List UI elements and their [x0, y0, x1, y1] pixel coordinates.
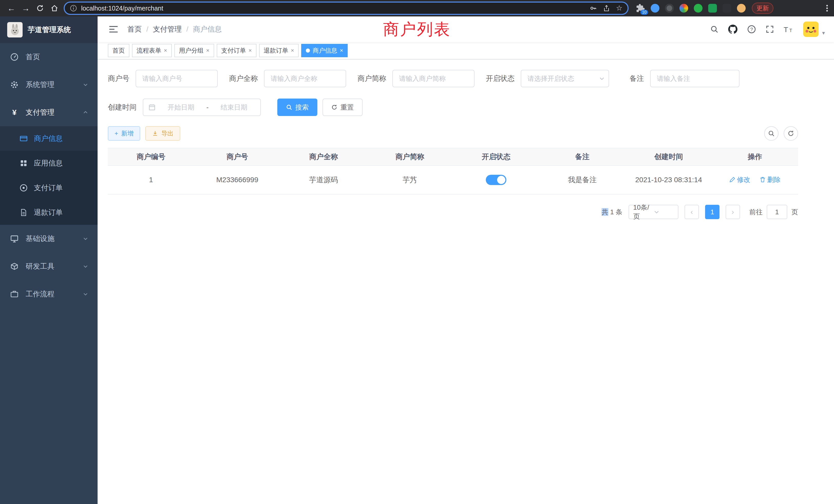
- tab-label: 支付订单: [221, 46, 246, 55]
- filter-row-1: 商户号 商户全称 商户简称 开启状态: [108, 70, 798, 87]
- page-size-value: 10条/页: [633, 203, 654, 221]
- chevron-down-icon: [83, 291, 88, 297]
- sidebar-item-home[interactable]: 首页: [0, 43, 97, 71]
- add-button-label: 新增: [121, 129, 133, 138]
- extension-icon-gray[interactable]: [665, 4, 674, 13]
- status-select-input[interactable]: [521, 70, 609, 87]
- tab-label: 商户信息: [312, 46, 337, 55]
- sidebar-subitem-pay-order[interactable]: 支付订单: [0, 176, 97, 200]
- user-menu[interactable]: ▼: [803, 22, 826, 37]
- date-range-picker[interactable]: 开始日期 - 结束日期: [143, 98, 261, 116]
- github-icon[interactable]: [728, 25, 738, 34]
- table-tools: [764, 126, 798, 141]
- forward-icon[interactable]: →: [19, 1, 33, 16]
- tab-home[interactable]: 首页: [108, 44, 129, 57]
- search-button[interactable]: 搜索: [277, 98, 317, 116]
- extension-icon-multicolor[interactable]: [679, 4, 688, 13]
- tab-refund-order[interactable]: 退款订单 ×: [259, 44, 299, 57]
- prev-page-button[interactable]: ‹: [684, 205, 699, 219]
- next-page-button[interactable]: ›: [726, 205, 740, 219]
- sidebar-subitem-app-info[interactable]: 应用信息: [0, 151, 97, 176]
- tab-user-group[interactable]: 用户分组 ×: [174, 44, 214, 57]
- back-icon[interactable]: ←: [4, 1, 19, 16]
- sidebar-item-workflow[interactable]: 工作流程: [0, 280, 97, 308]
- bookmark-star-icon[interactable]: ☆: [616, 5, 622, 12]
- sidebar-logo[interactable]: 芋道管理系统: [0, 17, 97, 43]
- delete-link[interactable]: 删除: [760, 175, 781, 184]
- fullscreen-icon[interactable]: [766, 25, 774, 33]
- show-search-button[interactable]: [764, 126, 778, 141]
- sidebar-item-dev-tools[interactable]: 研发工具: [0, 253, 97, 280]
- home-icon[interactable]: [47, 1, 62, 16]
- date-end-placeholder[interactable]: 结束日期: [213, 103, 255, 112]
- page-1-button[interactable]: 1: [705, 205, 720, 219]
- sidebar-subitem-refund-order[interactable]: 退款订单: [0, 200, 97, 225]
- sidebar-item-infrastructure[interactable]: 基础设施: [0, 225, 97, 253]
- col-create-time: 创建时间: [626, 148, 712, 165]
- reload-icon[interactable]: [33, 1, 47, 16]
- pagination-total-count: 1: [610, 208, 614, 216]
- col-merchant-id: 商户编号: [108, 148, 194, 165]
- status-select[interactable]: [521, 70, 609, 87]
- site-info-icon[interactable]: [70, 5, 77, 12]
- key-icon[interactable]: [590, 5, 597, 12]
- avatar[interactable]: [803, 22, 818, 37]
- close-icon[interactable]: ×: [206, 48, 210, 53]
- pagination: 共 1 条 10条/页 ‹ 1 › 前往: [108, 205, 798, 219]
- yen-icon: ¥: [10, 108, 19, 116]
- cell-create-time: 2021-10-23 08:31:14: [626, 165, 712, 194]
- close-icon[interactable]: ×: [340, 48, 343, 53]
- tab-label: 流程表单: [137, 46, 161, 55]
- page-size-select[interactable]: 10条/页: [629, 205, 678, 219]
- browser-toolbar: ← → localhost:1024/pay/merchant ☆: [0, 0, 834, 17]
- date-start-placeholder[interactable]: 开始日期: [160, 103, 202, 112]
- cell-remark: 我是备注: [539, 165, 626, 194]
- breadcrumb-item-payment[interactable]: 支付管理: [153, 24, 182, 34]
- tab-process-form[interactable]: 流程表单 ×: [132, 44, 172, 57]
- col-actions: 操作: [712, 148, 798, 165]
- sidebar-subitem-merchant-info[interactable]: 商户信息: [0, 126, 97, 151]
- merchant-short-name-input[interactable]: [392, 70, 475, 87]
- app-title: 芋道管理系统: [28, 25, 71, 35]
- export-button[interactable]: 导出: [145, 126, 180, 141]
- edit-link[interactable]: 修改: [729, 175, 750, 184]
- share-icon[interactable]: [603, 5, 610, 12]
- sidebar-item-label: 研发工具: [26, 261, 54, 271]
- hamburger-icon[interactable]: [109, 25, 118, 33]
- merchant-full-name-input[interactable]: [264, 70, 346, 87]
- sidebar-item-system[interactable]: 系统管理: [0, 71, 97, 98]
- goto-page-input[interactable]: [767, 205, 787, 219]
- cell-short-name: 芋艿: [367, 165, 453, 194]
- font-size-icon[interactable]: TT: [784, 25, 793, 33]
- remark-input[interactable]: [650, 70, 740, 87]
- active-tab-dot: [306, 48, 310, 53]
- help-icon[interactable]: ?: [747, 25, 756, 33]
- refresh-table-button[interactable]: [784, 126, 798, 141]
- extensions-puzzle-icon[interactable]: 10: [636, 4, 645, 13]
- svg-text:T: T: [784, 26, 788, 33]
- breadcrumb-item-home[interactable]: 首页: [127, 24, 142, 34]
- close-icon[interactable]: ×: [164, 48, 167, 53]
- merchant-no-input[interactable]: [136, 70, 218, 87]
- sidebar-item-payment[interactable]: ¥ 支付管理: [0, 98, 97, 126]
- extension-icon-green-circle[interactable]: [694, 4, 703, 13]
- browser-menu-icon[interactable]: [826, 5, 828, 12]
- extension-icon-blue[interactable]: [651, 4, 659, 13]
- extension-icon-face[interactable]: [737, 4, 746, 13]
- add-button[interactable]: + 新增: [108, 126, 140, 141]
- extension-icon-green-square[interactable]: [708, 4, 717, 13]
- gear-icon: [10, 81, 19, 89]
- tab-label: 用户分组: [179, 46, 204, 55]
- tab-merchant-info[interactable]: 商户信息 ×: [301, 44, 348, 57]
- address-bar[interactable]: localhost:1024/pay/merchant ☆: [64, 2, 629, 15]
- field-label: 备注: [630, 74, 644, 84]
- browser-update-button[interactable]: 更新: [752, 3, 773, 14]
- reset-button[interactable]: 重置: [323, 98, 363, 116]
- tags-bar: 首页 流程表单 × 用户分组 × 支付订单 × 退款订单 ×: [97, 42, 834, 60]
- tab-pay-order[interactable]: 支付订单 ×: [217, 44, 257, 57]
- search-icon[interactable]: [710, 25, 719, 33]
- close-icon[interactable]: ×: [291, 48, 294, 53]
- extension-icon-dark-square[interactable]: [723, 4, 731, 13]
- status-toggle[interactable]: [486, 175, 506, 185]
- close-icon[interactable]: ×: [248, 48, 252, 53]
